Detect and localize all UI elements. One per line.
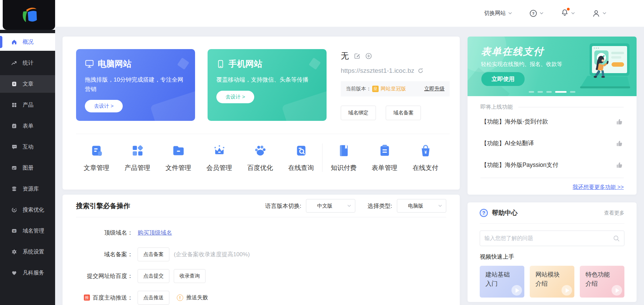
sidebar-item-label: 互动 — [23, 144, 33, 151]
switch-site-dropdown[interactable]: 切换网站 — [484, 10, 512, 17]
promo-banner[interactable]: 表单在线支付 轻松实现在线预约、报名、收款等 立即使用 — [468, 37, 637, 96]
sidebar-item-interaction[interactable]: 互动 — [0, 138, 55, 156]
upgrade-link[interactable]: 立即升级 — [424, 86, 445, 92]
language-select-label: 语言版本切换: — [265, 202, 302, 210]
shortcut-knowledge-pay[interactable]: 知识付费 — [323, 143, 364, 172]
interact-icon — [11, 144, 17, 150]
account-dropdown[interactable] — [592, 9, 606, 17]
video-card-label: 网站模块 — [535, 270, 574, 279]
overview-card: 电脑网站 拖拽排版，10分钟完成搭建，专注全网营销 去设计 > 手机网站 覆盖移… — [63, 37, 460, 190]
mobile-site-desc: 覆盖移动端，支持微信、头条等传播 — [216, 75, 318, 85]
carousel-dot[interactable] — [570, 91, 575, 93]
add-circle-icon[interactable] — [365, 53, 372, 59]
buy-domain-link[interactable]: 购买顶级域名 — [138, 229, 172, 237]
right-column: 表单在线支付 轻松实现在线预约、报名、收款等 立即使用 — [468, 37, 637, 302]
video-card-basics[interactable]: 建站基础 入门 — [480, 266, 524, 298]
phone-icon — [216, 60, 225, 68]
thumbs-up-icon[interactable] — [616, 118, 623, 125]
push-click-button[interactable]: 点击推送 — [138, 291, 169, 305]
video-card-modules[interactable]: 网站模块 介绍 — [530, 266, 574, 298]
crown-badge-icon: 皇 — [372, 86, 379, 92]
home-icon — [11, 39, 17, 45]
view-more-link[interactable]: 查看更多 — [604, 210, 624, 216]
record-click-button[interactable]: 点击备案 — [138, 247, 169, 261]
upcoming-item: 【功能】海外版Payssion支付 — [480, 154, 624, 176]
use-now-button[interactable]: 立即使用 — [481, 72, 525, 86]
edit-icon[interactable] — [354, 53, 360, 59]
sidebar-item-label: 文章 — [23, 81, 33, 88]
upcoming-item: 【功能】AI全站翻译 — [480, 132, 624, 154]
open-link-icon[interactable] — [418, 68, 424, 74]
index-query-button[interactable]: 收录查询 — [174, 269, 206, 283]
site-overview-row: 电脑网站 拖拽排版，10分钟完成搭建，专注全网营销 去设计 > 手机网站 覆盖移… — [76, 49, 450, 121]
shortcut-baidu-seo[interactable]: 百度优化 — [240, 143, 281, 172]
sidebar-item-gallery[interactable]: 图册 — [0, 159, 55, 177]
site-info: 无 https://szsztest1-1.icoc.bz 当前版本： 皇 — [341, 49, 450, 121]
pc-design-button[interactable]: 去设计 > — [85, 100, 123, 112]
bind-domain-button[interactable]: 域名绑定 — [341, 106, 376, 120]
bell-icon — [561, 9, 569, 18]
type-select[interactable]: 电脑版 — [397, 199, 446, 213]
warning-icon: ! — [177, 295, 183, 301]
logo[interactable] — [3, 0, 55, 30]
sidebar-item-resources[interactable]: 资源库 — [0, 180, 55, 198]
shortcut-online-query[interactable]: 在线查询 — [281, 143, 321, 172]
left-column: 电脑网站 拖拽排版，10分钟完成搭建，专注全网营销 去设计 > 手机网站 覆盖移… — [63, 37, 460, 305]
language-select[interactable]: 中文版 — [306, 199, 355, 213]
baidu-submit-label: 提交网址给百度： — [76, 272, 133, 280]
sidebar-item-label: 资源库 — [23, 186, 39, 193]
baidu-seo-icon — [253, 143, 268, 158]
sidebar-item-label: 凡科服务 — [23, 269, 44, 277]
thumbs-up-icon[interactable] — [616, 140, 623, 147]
sidebar-item-overview[interactable]: 概况 — [0, 33, 55, 51]
shortcut-member-manage[interactable]: 会员管理 — [199, 143, 240, 172]
svg-text:W: W — [13, 230, 16, 233]
pc-site-title-row: 电脑网站 — [85, 58, 186, 69]
shortcut-article-manage[interactable]: 文章管理 — [76, 143, 117, 172]
sidebar-item-stats[interactable]: 统计 — [0, 54, 55, 72]
sidebar: 概况 统计 文章 产品 表单 互动 — [0, 0, 55, 305]
sidebar-item-products[interactable]: 产品 — [0, 96, 55, 114]
help-dropdown[interactable]: ? — [529, 9, 543, 17]
service-heart-icon — [11, 270, 17, 276]
sidebar-item-services[interactable]: 凡科服务 — [0, 264, 55, 282]
carousel-dot[interactable] — [538, 91, 543, 93]
divider — [480, 223, 624, 224]
notifications-dropdown[interactable] — [561, 9, 575, 18]
vertical-divider — [322, 144, 323, 172]
more-features-link[interactable]: 我还想要更多功能 >> — [573, 184, 624, 190]
search-icon[interactable] — [613, 235, 620, 242]
submit-click-button[interactable]: 点击提交 — [138, 269, 169, 283]
help-search-box — [480, 231, 624, 246]
online-pay-icon: ¥ — [418, 143, 433, 158]
language-select-group: 语言版本切换: 中文版 — [265, 199, 356, 213]
domain-record-row: 域名备案： 点击备案 (企业备案收录速度提高100%) — [76, 247, 446, 261]
file-manage-icon — [171, 143, 186, 158]
sidebar-item-seo[interactable]: 搜索优化 — [0, 201, 55, 219]
seo-header: 搜索引擎必备操作 语言版本切换: 中文版 选择类型: 电脑版 — [76, 195, 446, 217]
shortcut-product-manage[interactable]: 产品管理 — [117, 143, 158, 172]
shortcut-online-pay[interactable]: ¥ 在线支付 — [405, 143, 446, 172]
sidebar-item-articles[interactable]: 文章 — [0, 75, 55, 93]
shortcut-form-manage[interactable]: 表单管理 — [364, 143, 405, 172]
shortcut-label: 百度优化 — [247, 164, 273, 172]
sidebar-item-label: 图册 — [23, 165, 33, 172]
site-url-row: https://szsztest1-1.icoc.bz — [341, 67, 450, 74]
help-search-input[interactable] — [484, 235, 613, 241]
shortcut-label: 表单管理 — [372, 164, 398, 172]
sidebar-item-forms[interactable]: 表单 — [0, 117, 55, 135]
carousel-dot[interactable] — [555, 91, 567, 93]
sidebar-item-settings[interactable]: 系统设置 — [0, 243, 55, 261]
article-icon — [11, 81, 17, 87]
record-domain-button[interactable]: 域名备案 — [386, 106, 421, 120]
video-card-features[interactable]: 特色功能 介绍 — [580, 266, 624, 298]
site-url[interactable]: https://szsztest1-1.icoc.bz — [341, 67, 414, 74]
carousel-dot[interactable] — [529, 91, 534, 93]
sidebar-item-domains[interactable]: W 域名管理 — [0, 222, 55, 240]
version-label: 当前版本： — [346, 86, 371, 92]
carousel-dot[interactable] — [546, 91, 552, 93]
shortcut-file-manage[interactable]: 文件管理 — [158, 143, 199, 172]
chevron-down-icon — [540, 12, 543, 15]
thumbs-up-icon[interactable] — [616, 161, 623, 169]
mobile-design-button[interactable]: 去设计 > — [216, 91, 254, 103]
